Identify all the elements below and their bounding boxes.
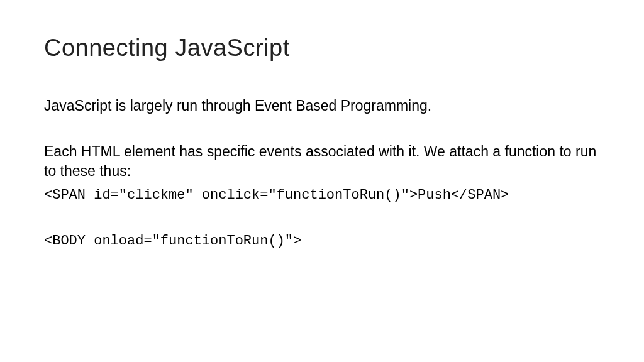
slide-title: Connecting JavaScript <box>44 35 600 62</box>
code-body-example: <BODY onload="functionToRun()"> <box>44 232 600 251</box>
paragraph-events: Each HTML element has specific events as… <box>44 142 600 181</box>
code-span-example: <SPAN id="clickme" onclick="functionToRu… <box>44 186 600 206</box>
paragraph-intro: JavaScript is largely run through Event … <box>44 96 600 116</box>
